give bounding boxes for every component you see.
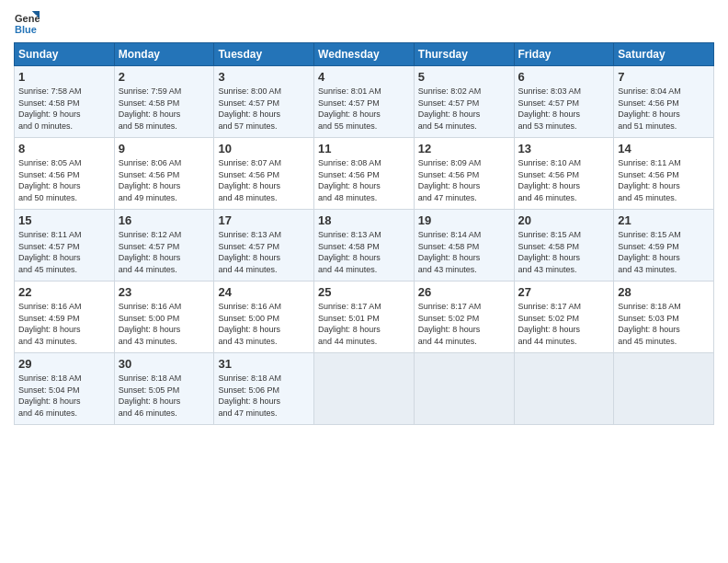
calendar-table: SundayMondayTuesdayWednesdayThursdayFrid… <box>14 42 714 425</box>
calendar-cell: 6Sunrise: 8:03 AM Sunset: 4:57 PM Daylig… <box>514 66 614 138</box>
day-number: 13 <box>518 142 610 155</box>
cell-info: Sunrise: 8:13 AM Sunset: 4:57 PM Dayligh… <box>218 229 310 275</box>
cell-info: Sunrise: 8:01 AM Sunset: 4:57 PM Dayligh… <box>318 86 410 132</box>
cell-info: Sunrise: 8:16 AM Sunset: 5:00 PM Dayligh… <box>218 301 310 347</box>
day-number: 19 <box>418 213 510 227</box>
day-number: 6 <box>518 70 610 84</box>
calendar-cell: 1Sunrise: 7:58 AM Sunset: 4:58 PM Daylig… <box>15 66 115 138</box>
cell-info: Sunrise: 8:18 AM Sunset: 5:06 PM Dayligh… <box>218 373 310 419</box>
cell-info: Sunrise: 8:17 AM Sunset: 5:02 PM Dayligh… <box>518 301 610 347</box>
calendar-cell: 7Sunrise: 8:04 AM Sunset: 4:56 PM Daylig… <box>614 66 714 138</box>
logo-icon: General Blue <box>14 9 40 35</box>
day-number: 18 <box>318 213 410 227</box>
calendar-cell: 27Sunrise: 8:17 AM Sunset: 5:02 PM Dayli… <box>514 282 614 353</box>
cell-info: Sunrise: 8:15 AM Sunset: 4:59 PM Dayligh… <box>618 229 710 275</box>
calendar-week-row: 22Sunrise: 8:16 AM Sunset: 4:59 PM Dayli… <box>15 282 714 353</box>
calendar-cell <box>314 353 415 425</box>
col-header-thursday: Thursday <box>414 43 514 66</box>
calendar-cell <box>414 353 514 425</box>
day-number: 7 <box>618 70 710 84</box>
calendar-cell: 16Sunrise: 8:12 AM Sunset: 4:57 PM Dayli… <box>114 210 214 282</box>
cell-info: Sunrise: 8:04 AM Sunset: 4:56 PM Dayligh… <box>618 86 710 132</box>
calendar-cell: 21Sunrise: 8:15 AM Sunset: 4:59 PM Dayli… <box>614 210 714 282</box>
cell-info: Sunrise: 8:11 AM Sunset: 4:56 PM Dayligh… <box>618 157 710 203</box>
cell-info: Sunrise: 8:10 AM Sunset: 4:56 PM Dayligh… <box>518 157 610 203</box>
calendar-header-row: SundayMondayTuesdayWednesdayThursdayFrid… <box>15 43 714 66</box>
calendar-cell: 28Sunrise: 8:18 AM Sunset: 5:03 PM Dayli… <box>614 282 714 353</box>
calendar-week-row: 15Sunrise: 8:11 AM Sunset: 4:57 PM Dayli… <box>15 210 714 282</box>
day-number: 8 <box>18 142 110 155</box>
logo: General Blue <box>14 9 45 35</box>
day-number: 2 <box>119 70 210 84</box>
day-number: 16 <box>119 213 210 227</box>
page-container: General Blue SundayMondayTuesdayWednesda… <box>0 0 728 430</box>
day-number: 29 <box>18 357 110 371</box>
calendar-cell: 20Sunrise: 8:15 AM Sunset: 4:58 PM Dayli… <box>514 210 614 282</box>
day-number: 12 <box>418 142 510 155</box>
day-number: 25 <box>318 285 410 299</box>
cell-info: Sunrise: 8:05 AM Sunset: 4:56 PM Dayligh… <box>18 157 110 203</box>
calendar-cell: 14Sunrise: 8:11 AM Sunset: 4:56 PM Dayli… <box>614 138 714 210</box>
day-number: 20 <box>518 213 610 227</box>
cell-info: Sunrise: 7:59 AM Sunset: 4:58 PM Dayligh… <box>119 86 210 132</box>
cell-info: Sunrise: 8:11 AM Sunset: 4:57 PM Dayligh… <box>18 229 110 275</box>
calendar-cell: 22Sunrise: 8:16 AM Sunset: 4:59 PM Dayli… <box>15 282 115 353</box>
col-header-tuesday: Tuesday <box>214 43 314 66</box>
calendar-week-row: 1Sunrise: 7:58 AM Sunset: 4:58 PM Daylig… <box>15 66 714 138</box>
calendar-cell: 4Sunrise: 8:01 AM Sunset: 4:57 PM Daylig… <box>314 66 415 138</box>
day-number: 27 <box>518 285 610 299</box>
cell-info: Sunrise: 8:13 AM Sunset: 4:58 PM Dayligh… <box>318 229 410 275</box>
cell-info: Sunrise: 8:08 AM Sunset: 4:56 PM Dayligh… <box>318 157 410 203</box>
calendar-cell: 30Sunrise: 8:18 AM Sunset: 5:05 PM Dayli… <box>114 353 214 425</box>
cell-info: Sunrise: 8:02 AM Sunset: 4:57 PM Dayligh… <box>418 86 510 132</box>
calendar-week-row: 8Sunrise: 8:05 AM Sunset: 4:56 PM Daylig… <box>15 138 714 210</box>
cell-info: Sunrise: 8:09 AM Sunset: 4:56 PM Dayligh… <box>418 157 510 203</box>
day-number: 15 <box>18 213 110 227</box>
cell-info: Sunrise: 8:12 AM Sunset: 4:57 PM Dayligh… <box>119 229 210 275</box>
calendar-cell: 15Sunrise: 8:11 AM Sunset: 4:57 PM Dayli… <box>15 210 115 282</box>
calendar-cell: 5Sunrise: 8:02 AM Sunset: 4:57 PM Daylig… <box>414 66 514 138</box>
calendar-cell: 10Sunrise: 8:07 AM Sunset: 4:56 PM Dayli… <box>214 138 314 210</box>
cell-info: Sunrise: 8:03 AM Sunset: 4:57 PM Dayligh… <box>518 86 610 132</box>
calendar-cell: 12Sunrise: 8:09 AM Sunset: 4:56 PM Dayli… <box>414 138 514 210</box>
cell-info: Sunrise: 8:18 AM Sunset: 5:03 PM Dayligh… <box>618 301 710 347</box>
day-number: 23 <box>119 285 210 299</box>
col-header-monday: Monday <box>114 43 214 66</box>
cell-info: Sunrise: 8:00 AM Sunset: 4:57 PM Dayligh… <box>218 86 310 132</box>
cell-info: Sunrise: 8:18 AM Sunset: 5:05 PM Dayligh… <box>119 373 210 419</box>
day-number: 26 <box>418 285 510 299</box>
calendar-cell: 11Sunrise: 8:08 AM Sunset: 4:56 PM Dayli… <box>314 138 415 210</box>
calendar-cell: 29Sunrise: 8:18 AM Sunset: 5:04 PM Dayli… <box>15 353 115 425</box>
cell-info: Sunrise: 8:15 AM Sunset: 4:58 PM Dayligh… <box>518 229 610 275</box>
calendar-cell: 26Sunrise: 8:17 AM Sunset: 5:02 PM Dayli… <box>414 282 514 353</box>
cell-info: Sunrise: 8:16 AM Sunset: 4:59 PM Dayligh… <box>18 301 110 347</box>
calendar-cell: 3Sunrise: 8:00 AM Sunset: 4:57 PM Daylig… <box>214 66 314 138</box>
cell-info: Sunrise: 8:06 AM Sunset: 4:56 PM Dayligh… <box>119 157 210 203</box>
cell-info: Sunrise: 8:17 AM Sunset: 5:02 PM Dayligh… <box>418 301 510 347</box>
col-header-saturday: Saturday <box>614 43 714 66</box>
col-header-friday: Friday <box>514 43 614 66</box>
day-number: 24 <box>218 285 310 299</box>
day-number: 9 <box>119 142 210 155</box>
day-number: 28 <box>618 285 710 299</box>
day-number: 31 <box>218 357 310 371</box>
day-number: 3 <box>218 70 310 84</box>
col-header-sunday: Sunday <box>15 43 115 66</box>
calendar-cell: 9Sunrise: 8:06 AM Sunset: 4:56 PM Daylig… <box>114 138 214 210</box>
page-header: General Blue <box>14 9 714 35</box>
day-number: 4 <box>318 70 410 84</box>
calendar-week-row: 29Sunrise: 8:18 AM Sunset: 5:04 PM Dayli… <box>15 353 714 425</box>
calendar-cell: 23Sunrise: 8:16 AM Sunset: 5:00 PM Dayli… <box>114 282 214 353</box>
calendar-cell: 24Sunrise: 8:16 AM Sunset: 5:00 PM Dayli… <box>214 282 314 353</box>
cell-info: Sunrise: 8:16 AM Sunset: 5:00 PM Dayligh… <box>119 301 210 347</box>
calendar-cell: 19Sunrise: 8:14 AM Sunset: 4:58 PM Dayli… <box>414 210 514 282</box>
cell-info: Sunrise: 8:07 AM Sunset: 4:56 PM Dayligh… <box>218 157 310 203</box>
calendar-cell: 8Sunrise: 8:05 AM Sunset: 4:56 PM Daylig… <box>15 138 115 210</box>
day-number: 14 <box>618 142 710 155</box>
cell-info: Sunrise: 8:14 AM Sunset: 4:58 PM Dayligh… <box>418 229 510 275</box>
cell-info: Sunrise: 8:17 AM Sunset: 5:01 PM Dayligh… <box>318 301 410 347</box>
calendar-cell: 25Sunrise: 8:17 AM Sunset: 5:01 PM Dayli… <box>314 282 415 353</box>
day-number: 21 <box>618 213 710 227</box>
cell-info: Sunrise: 8:18 AM Sunset: 5:04 PM Dayligh… <box>18 373 110 419</box>
day-number: 5 <box>418 70 510 84</box>
